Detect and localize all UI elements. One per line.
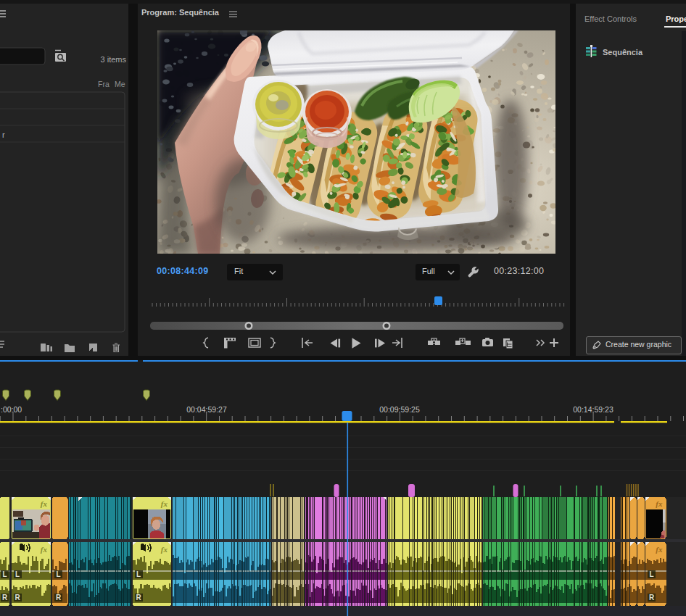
svg-text:fx: fx [161,499,168,508]
svg-text:R: R [649,594,655,602]
svg-text:R: R [2,594,8,602]
svg-text:Fra: Fra [98,80,109,88]
svg-text:R: R [15,594,20,602]
svg-text:L: L [15,570,20,578]
svg-text:L: L [56,570,60,578]
svg-text:fx: fx [41,545,48,554]
svg-text:L: L [136,570,141,578]
svg-text:fx: fx [656,499,663,508]
svg-text:r: r [2,130,5,139]
svg-text:R: R [136,594,141,602]
svg-text:L: L [2,570,7,578]
svg-text::00:00: :00:00 [1,405,22,414]
svg-text:fx: fx [656,545,663,554]
svg-text:fx: fx [161,545,168,554]
svg-text:R: R [56,594,62,602]
svg-text:3 items: 3 items [101,55,127,64]
svg-text:Me: Me [115,80,125,88]
svg-text:L: L [649,570,653,578]
svg-text:fx: fx [41,499,48,508]
